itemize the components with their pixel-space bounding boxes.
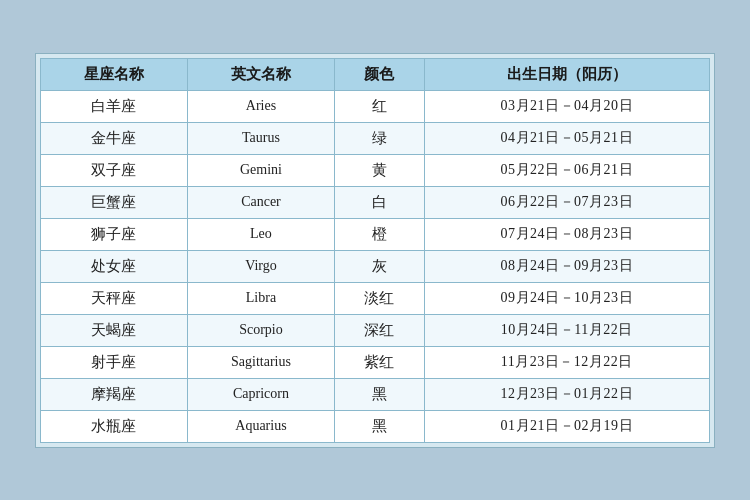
cell-r2-c1: Gemini [187,154,334,186]
header-col-1: 英文名称 [187,58,334,90]
cell-r2-c3: 05月22日－06月21日 [424,154,709,186]
cell-r8-c0: 射手座 [41,346,188,378]
table-header-row: 星座名称英文名称颜色出生日期（阳历） [41,58,710,90]
table-row: 水瓶座Aquarius黑01月21日－02月19日 [41,410,710,442]
cell-r5-c0: 处女座 [41,250,188,282]
cell-r2-c0: 双子座 [41,154,188,186]
cell-r10-c1: Aquarius [187,410,334,442]
cell-r4-c1: Leo [187,218,334,250]
cell-r7-c3: 10月24日－11月22日 [424,314,709,346]
cell-r7-c1: Scorpio [187,314,334,346]
cell-r9-c3: 12月23日－01月22日 [424,378,709,410]
table-row: 狮子座Leo橙07月24日－08月23日 [41,218,710,250]
cell-r7-c0: 天蝎座 [41,314,188,346]
cell-r0-c0: 白羊座 [41,90,188,122]
cell-r0-c3: 03月21日－04月20日 [424,90,709,122]
cell-r5-c2: 灰 [334,250,424,282]
cell-r3-c0: 巨蟹座 [41,186,188,218]
table-row: 摩羯座Capricorn黑12月23日－01月22日 [41,378,710,410]
table-row: 金牛座Taurus绿04月21日－05月21日 [41,122,710,154]
cell-r4-c2: 橙 [334,218,424,250]
cell-r2-c2: 黄 [334,154,424,186]
table-row: 白羊座Aries红03月21日－04月20日 [41,90,710,122]
table-row: 天蝎座Scorpio深红10月24日－11月22日 [41,314,710,346]
table-row: 双子座Gemini黄05月22日－06月21日 [41,154,710,186]
cell-r10-c2: 黑 [334,410,424,442]
cell-r3-c3: 06月22日－07月23日 [424,186,709,218]
table-row: 天秤座Libra淡红09月24日－10月23日 [41,282,710,314]
cell-r0-c1: Aries [187,90,334,122]
cell-r1-c2: 绿 [334,122,424,154]
cell-r6-c0: 天秤座 [41,282,188,314]
cell-r8-c2: 紫红 [334,346,424,378]
cell-r1-c0: 金牛座 [41,122,188,154]
cell-r9-c1: Capricorn [187,378,334,410]
zodiac-table: 星座名称英文名称颜色出生日期（阳历） 白羊座Aries红03月21日－04月20… [40,58,710,443]
cell-r6-c3: 09月24日－10月23日 [424,282,709,314]
cell-r5-c3: 08月24日－09月23日 [424,250,709,282]
cell-r9-c0: 摩羯座 [41,378,188,410]
cell-r4-c3: 07月24日－08月23日 [424,218,709,250]
cell-r9-c2: 黑 [334,378,424,410]
header-col-2: 颜色 [334,58,424,90]
table-row: 射手座Sagittarius紫红11月23日－12月22日 [41,346,710,378]
cell-r1-c1: Taurus [187,122,334,154]
header-col-3: 出生日期（阳历） [424,58,709,90]
cell-r7-c2: 深红 [334,314,424,346]
zodiac-table-container: 星座名称英文名称颜色出生日期（阳历） 白羊座Aries红03月21日－04月20… [35,53,715,448]
cell-r3-c1: Cancer [187,186,334,218]
table-row: 处女座Virgo灰08月24日－09月23日 [41,250,710,282]
header-col-0: 星座名称 [41,58,188,90]
table-row: 巨蟹座Cancer白06月22日－07月23日 [41,186,710,218]
cell-r8-c1: Sagittarius [187,346,334,378]
cell-r10-c0: 水瓶座 [41,410,188,442]
cell-r6-c2: 淡红 [334,282,424,314]
cell-r8-c3: 11月23日－12月22日 [424,346,709,378]
cell-r5-c1: Virgo [187,250,334,282]
cell-r0-c2: 红 [334,90,424,122]
cell-r10-c3: 01月21日－02月19日 [424,410,709,442]
cell-r1-c3: 04月21日－05月21日 [424,122,709,154]
cell-r3-c2: 白 [334,186,424,218]
cell-r6-c1: Libra [187,282,334,314]
cell-r4-c0: 狮子座 [41,218,188,250]
